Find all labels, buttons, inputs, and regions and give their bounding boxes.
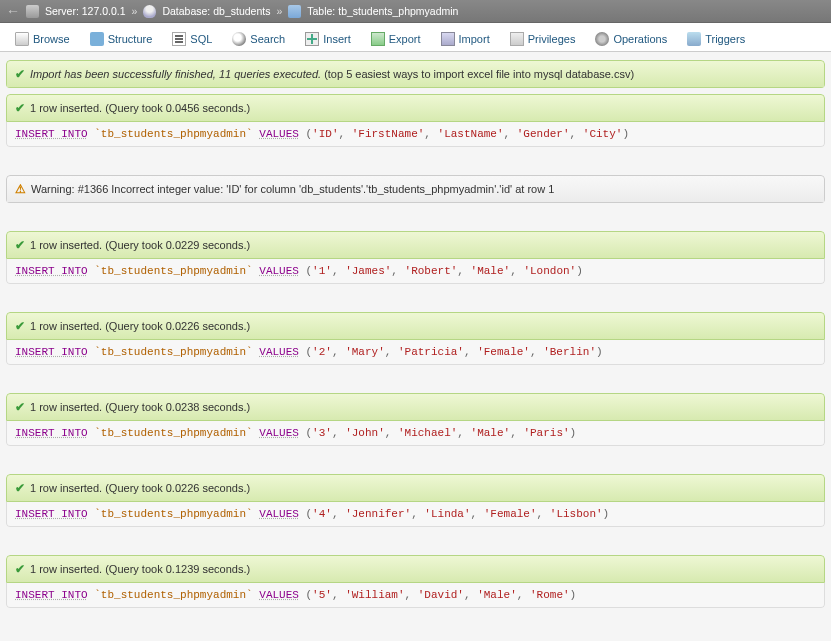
import-success-notice: ✔ Import has been successfully finished,… [6,60,825,88]
tab-label: Search [250,33,285,45]
warning-text: Warning: #1366 Incorrect integer value: … [31,183,554,195]
tab-insert[interactable]: Insert [296,27,360,51]
warning-icon: ⚠ [15,182,26,196]
privileges-icon [510,32,524,46]
row-inserted-notice: ✔1 row inserted. (Query took 0.0229 seco… [6,231,825,259]
breadcrumb-sep: » [132,5,138,17]
row-inserted-notice: ✔1 row inserted. (Query took 0.0238 seco… [6,393,825,421]
breadcrumb-server[interactable]: Server: 127.0.0.1 [45,5,126,17]
server-label: Server: [45,5,79,17]
check-icon: ✔ [15,562,25,576]
table-label: Table: [307,5,335,17]
query-block: ✔1 row inserted. (Query took 0.0456 seco… [6,94,825,147]
table-icon [288,5,301,18]
tab-label: Privileges [528,33,576,45]
tab-label: Operations [613,33,667,45]
query-block: ✔1 row inserted. (Query took 0.0238 seco… [6,393,825,446]
check-icon: ✔ [15,238,25,252]
database-icon [143,5,156,18]
import-success-text: Import has been successfully finished, 1… [30,68,321,80]
query-block: ✔1 row inserted. (Query took 0.0229 seco… [6,231,825,284]
server-value: 127.0.0.1 [82,5,126,17]
import-success-block: ✔ Import has been successfully finished,… [6,60,825,88]
table-value: tb_students_phpmyadmin [338,5,458,17]
check-icon: ✔ [15,481,25,495]
notice-text: 1 row inserted. (Query took 0.0226 secon… [30,320,250,332]
tab-label: Browse [33,33,70,45]
notice-text: 1 row inserted. (Query took 0.0238 secon… [30,401,250,413]
breadcrumb-database[interactable]: Database: db_students [162,5,270,17]
search-icon [232,32,246,46]
tab-search[interactable]: Search [223,27,294,51]
insert-icon [305,32,319,46]
structure-icon [90,32,104,46]
import-file-name: (top 5 easiest ways to import excel file… [324,68,634,80]
breadcrumb-table[interactable]: Table: tb_students_phpmyadmin [307,5,458,17]
tab-label: SQL [190,33,212,45]
check-icon: ✔ [15,319,25,333]
tab-structure[interactable]: Structure [81,27,162,51]
row-inserted-notice: ✔1 row inserted. (Query took 0.0226 seco… [6,474,825,502]
query-block: ✔1 row inserted. (Query took 0.0226 seco… [6,312,825,365]
tab-export[interactable]: Export [362,27,430,51]
sql-code: INSERT INTO `tb_students_phpmyadmin` VAL… [6,122,825,147]
query-block: ✔1 row inserted. (Query took 0.0226 seco… [6,474,825,527]
notice-text: 1 row inserted. (Query took 0.0456 secon… [30,102,250,114]
check-icon: ✔ [15,400,25,414]
check-icon: ✔ [15,101,25,115]
browse-icon [15,32,29,46]
tab-triggers[interactable]: Triggers [678,27,754,51]
notice-text: 1 row inserted. (Query took 0.0229 secon… [30,239,250,251]
row-inserted-notice: ✔1 row inserted. (Query took 0.1239 seco… [6,555,825,583]
triggers-icon [687,32,701,46]
query-block: ✔1 row inserted. (Query took 0.1239 seco… [6,555,825,608]
content-area: ✔ Import has been successfully finished,… [0,52,831,630]
notice-text: 1 row inserted. (Query took 0.0226 secon… [30,482,250,494]
sql-icon [172,32,186,46]
warning-block: ⚠Warning: #1366 Incorrect integer value:… [6,175,825,203]
notice-text: 1 row inserted. (Query took 0.1239 secon… [30,563,250,575]
tab-label: Structure [108,33,153,45]
tab-browse[interactable]: Browse [6,27,79,51]
tabs-bar: BrowseStructureSQLSearchInsertExportImpo… [0,23,831,52]
tab-import[interactable]: Import [432,27,499,51]
row-inserted-notice: ✔1 row inserted. (Query took 0.0456 seco… [6,94,825,122]
import-icon [441,32,455,46]
sql-code: INSERT INTO `tb_students_phpmyadmin` VAL… [6,502,825,527]
tab-operations[interactable]: Operations [586,27,676,51]
db-label: Database: [162,5,210,17]
operations-icon [595,32,609,46]
tab-label: Triggers [705,33,745,45]
sql-code: INSERT INTO `tb_students_phpmyadmin` VAL… [6,421,825,446]
breadcrumb: ← Server: 127.0.0.1 » Database: db_stude… [0,0,831,23]
breadcrumb-sep: » [276,5,282,17]
sql-code: INSERT INTO `tb_students_phpmyadmin` VAL… [6,583,825,608]
tab-sql[interactable]: SQL [163,27,221,51]
back-arrow-icon[interactable]: ← [6,3,20,19]
sql-code: INSERT INTO `tb_students_phpmyadmin` VAL… [6,340,825,365]
check-icon: ✔ [15,67,25,81]
tab-label: Export [389,33,421,45]
tab-label: Insert [323,33,351,45]
server-icon [26,5,39,18]
export-icon [371,32,385,46]
db-value: db_students [213,5,270,17]
tab-privileges[interactable]: Privileges [501,27,585,51]
sql-code: INSERT INTO `tb_students_phpmyadmin` VAL… [6,259,825,284]
warning-notice: ⚠Warning: #1366 Incorrect integer value:… [6,175,825,203]
row-inserted-notice: ✔1 row inserted. (Query took 0.0226 seco… [6,312,825,340]
tab-label: Import [459,33,490,45]
